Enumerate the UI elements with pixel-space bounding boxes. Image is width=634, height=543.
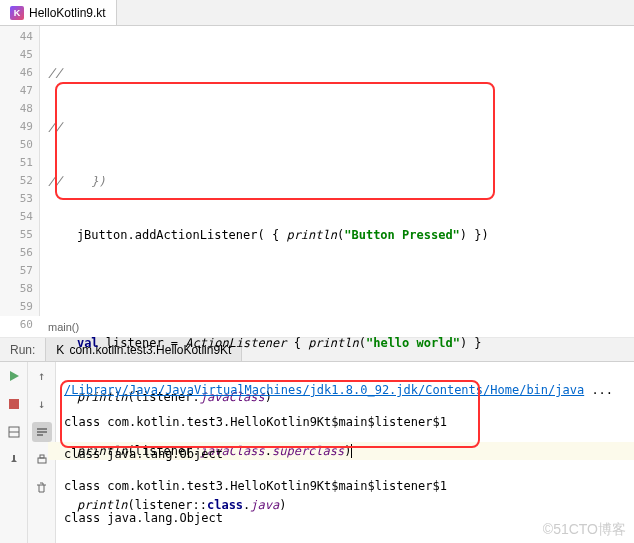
stop-button[interactable] xyxy=(4,394,24,414)
kotlin-file-icon: K xyxy=(10,6,24,20)
watermark: ©51CTO博客 xyxy=(543,521,626,539)
file-tab-label: HelloKotlin9.kt xyxy=(29,6,106,20)
svg-rect-6 xyxy=(38,458,46,463)
line-number-gutter: 444546 474849 505152 535455 565758 5960 xyxy=(0,26,40,316)
run-toolbar-left xyxy=(0,362,28,543)
console-output[interactable]: /Library/Java/JavaVirtualMachines/jdk1.8… xyxy=(56,362,634,543)
run-panel: ↑ ↓ /Library/Java/JavaVirtualMachines/jd… xyxy=(0,362,634,543)
run-panel-title: Run: xyxy=(0,338,46,361)
java-path-link[interactable]: /Library/Java/JavaVirtualMachines/jdk1.8… xyxy=(64,383,584,397)
file-tab[interactable]: K HelloKotlin9.kt xyxy=(0,0,117,25)
code-content[interactable]: // // // }) jButton.addActionListener( {… xyxy=(40,26,634,316)
editor-tab-bar: K HelloKotlin9.kt xyxy=(0,0,634,26)
svg-rect-7 xyxy=(40,455,44,458)
rerun-button[interactable] xyxy=(4,366,24,386)
svg-rect-0 xyxy=(9,399,19,409)
pin-button[interactable] xyxy=(4,450,24,470)
code-editor[interactable]: 444546 474849 505152 535455 565758 5960 … xyxy=(0,26,634,316)
layout-button[interactable] xyxy=(4,422,24,442)
